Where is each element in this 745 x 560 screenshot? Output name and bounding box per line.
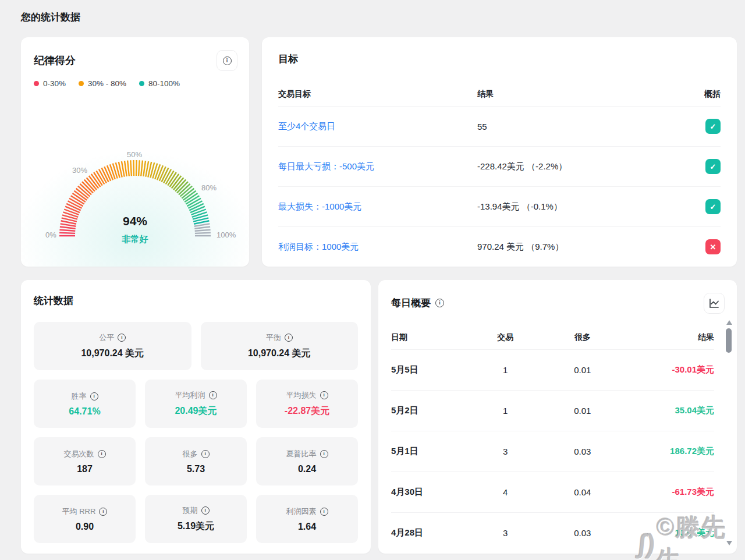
- daily-title-text: 每日概要: [391, 296, 431, 310]
- goal-status-check-icon: ✓: [705, 159, 721, 174]
- statistics-card: 统计数据 公平 i 10,970.24 美元 平衡 i 10,970.24 美元…: [21, 280, 371, 554]
- gauge-tick-label-30: 30%: [72, 166, 87, 175]
- daily-date-link[interactable]: 4月30日: [391, 487, 467, 498]
- stat-value: 1.64: [298, 522, 316, 532]
- scroll-down-arrow-icon[interactable]: [726, 541, 732, 545]
- daily-trades: 3: [503, 446, 508, 456]
- stat-tile-equity: 公平 i 10,970.24 美元: [34, 322, 191, 370]
- info-icon[interactable]: i: [320, 508, 328, 516]
- goals-col-goal: 交易目标: [278, 89, 477, 100]
- goal-result: -13.94美元 （-0.1%）: [477, 201, 674, 212]
- stat-label: 平衡 i: [266, 332, 293, 343]
- goals-col-summary: 概括: [704, 89, 721, 100]
- scrollbar-thumb[interactable]: [726, 328, 732, 353]
- stat-tiles-grid: 胜率i64.71%平均利润i20.49美元平均损失i-22.87美元交易次数i1…: [34, 380, 358, 543]
- stat-value: 10,970.24 美元: [81, 348, 144, 360]
- daily-date-link[interactable]: 4月28日: [391, 527, 467, 538]
- goal-result: 970.24 美元 （9.7%）: [477, 242, 674, 253]
- info-icon[interactable]: i: [118, 334, 126, 342]
- daily-trades: 1: [503, 365, 508, 375]
- info-icon[interactable]: i: [98, 450, 106, 458]
- daily-result: -30.01美元: [672, 364, 714, 375]
- goal-link[interactable]: 至少4个交易日: [278, 121, 477, 132]
- stat-value: 5.73: [187, 464, 205, 474]
- daily-row: 5月2日10.0135.04美元: [391, 390, 714, 431]
- goal-result: -228.42美元 （-2.2%）: [477, 161, 674, 172]
- info-icon[interactable]: i: [201, 506, 210, 515]
- stat-value: 187: [77, 464, 93, 474]
- stat-tile-balance: 平衡 i 10,970.24 美元: [201, 322, 359, 370]
- gauge-value: 94%: [21, 214, 249, 228]
- stat-label-text: 胜率: [72, 391, 87, 402]
- stat-label-text: 公平: [99, 332, 114, 343]
- daily-date-link[interactable]: 5月2日: [391, 405, 467, 416]
- daily-summary-card: 每日概要 i 日期 交易 很多 结果 5月5日10.01-30.01美元5月2日…: [378, 280, 737, 554]
- stat-label: 交易次数i: [64, 449, 106, 459]
- stat-tiles-wide: 公平 i 10,970.24 美元 平衡 i 10,970.24 美元: [34, 322, 358, 370]
- goal-link[interactable]: 每日最大亏损：-500美元: [278, 161, 477, 172]
- stat-value: -22.87美元: [285, 405, 329, 417]
- stat-label-text: 交易次数: [64, 449, 94, 459]
- daily-row: 4月30日40.04-61.73美元: [391, 472, 714, 512]
- scroll-up-arrow-icon[interactable]: [726, 320, 732, 325]
- statistics-card-title: 统计数据: [34, 294, 358, 307]
- daily-card-title: 每日概要 i: [391, 296, 444, 310]
- stat-label: 平均损失i: [286, 390, 328, 400]
- daily-date-link[interactable]: 5月5日: [391, 364, 467, 375]
- gauge-tick-label-80: 80%: [201, 183, 217, 192]
- stat-label: 预期i: [183, 505, 210, 516]
- stat-tile: 平均 RRRi0.90: [34, 495, 136, 543]
- stat-value: 64.71%: [69, 406, 100, 417]
- info-icon[interactable]: i: [285, 334, 293, 342]
- daily-lots: 0.03: [574, 528, 591, 538]
- daily-result: 35.04美元: [675, 405, 714, 416]
- daily-col-result: 结果: [698, 332, 714, 343]
- goal-result: 55: [477, 122, 674, 132]
- stat-label: 平均 RRRi: [62, 506, 108, 517]
- daily-row: 5月1日30.03186.72美元: [391, 431, 714, 472]
- info-icon[interactable]: i: [320, 391, 328, 399]
- info-icon[interactable]: i: [99, 508, 107, 516]
- daily-result: 10.01美元: [675, 527, 714, 538]
- stat-label: 夏普比率i: [286, 449, 328, 459]
- daily-table-body: 5月5日10.01-30.01美元5月2日10.0135.04美元5月1日30.…: [391, 349, 714, 553]
- goal-link[interactable]: 利润目标：1000美元: [278, 242, 477, 253]
- info-icon[interactable]: i: [435, 299, 444, 307]
- goals-table-header: 交易目标 结果 概括: [278, 83, 721, 106]
- daily-date-link[interactable]: 5月1日: [391, 446, 467, 457]
- stat-label-text: 利润因素: [286, 506, 317, 517]
- stat-label: 平均利润i: [175, 390, 217, 400]
- daily-table-header: 日期 交易 很多 结果: [391, 325, 714, 349]
- info-icon[interactable]: i: [201, 450, 210, 458]
- daily-lots: 0.01: [574, 365, 591, 375]
- goals-col-result: 结果: [477, 89, 674, 100]
- info-icon[interactable]: i: [320, 450, 328, 458]
- stat-value: 0.90: [76, 522, 94, 532]
- goal-row: 最大损失：-1000美元 -13.94美元 （-0.1%） ✓: [278, 186, 721, 226]
- stat-tile: 平均利润i20.49美元: [145, 380, 247, 428]
- daily-row: 4月28日30.0310.01美元: [391, 512, 714, 553]
- line-chart-icon: [709, 298, 719, 309]
- stat-tile: 预期i5.19美元: [145, 495, 247, 543]
- goals-table-body: 至少4个交易日 55 ✓ 每日最大亏损：-500美元 -228.42美元 （-2…: [278, 106, 721, 267]
- stat-value: 20.49美元: [175, 405, 217, 417]
- daily-scrollbar[interactable]: [725, 320, 733, 545]
- stat-tile: 夏普比率i0.24: [256, 437, 358, 485]
- stat-tile: 交易次数i187: [34, 437, 136, 485]
- daily-col-trades: 交易: [497, 332, 513, 343]
- daily-row: 5月5日10.01-30.01美元: [391, 349, 714, 390]
- stat-value: 5.19美元: [178, 520, 214, 533]
- goal-status-check-icon: ✓: [705, 119, 721, 134]
- info-icon[interactable]: i: [209, 391, 217, 399]
- stat-label-text: 预期: [183, 505, 198, 516]
- stat-label: 利润因素i: [286, 506, 328, 517]
- info-icon[interactable]: i: [90, 392, 98, 400]
- goal-link[interactable]: 最大损失：-1000美元: [278, 201, 477, 212]
- stat-label-text: 平均损失: [286, 390, 317, 400]
- stat-label-text: 夏普比率: [286, 449, 317, 459]
- goals-card-title: 目标: [278, 52, 298, 66]
- stat-tile: 很多i5.73: [145, 437, 247, 485]
- goals-card: 目标 交易目标 结果 概括 至少4个交易日 55 ✓ 每日最大亏损：-500美元…: [262, 37, 737, 267]
- stat-label-text: 平均利润: [175, 390, 205, 400]
- daily-chart-button[interactable]: [704, 293, 725, 314]
